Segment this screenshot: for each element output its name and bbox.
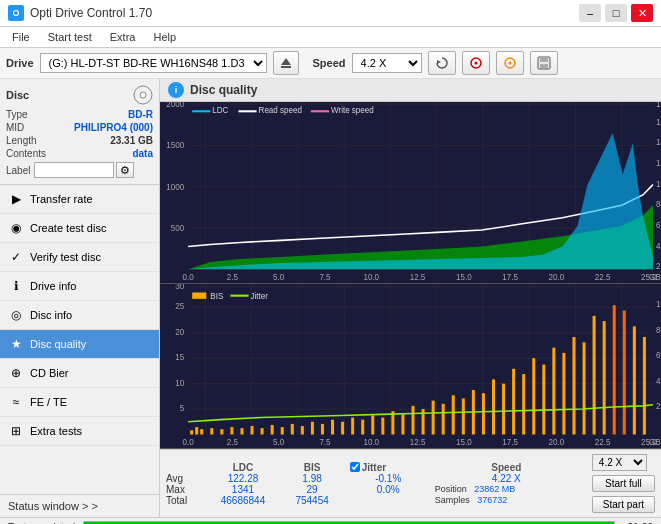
speed-selector[interactable]: 4.2 X: [592, 454, 647, 471]
stats-h-empty: [166, 462, 203, 473]
close-button[interactable]: ✕: [631, 4, 653, 22]
stats-avg-bis: 1.98: [282, 473, 341, 484]
stats-avg-jitter: -0.1%: [342, 473, 435, 484]
speed-select-row: 4.2 X: [592, 454, 655, 471]
menu-help[interactable]: Help: [145, 29, 184, 45]
sidebar: Disc Type BD-R MID PHILIPRO4 (000) Lengt…: [0, 79, 160, 517]
menu-start-test[interactable]: Start test: [40, 29, 100, 45]
nav-drive-info-label: Drive info: [30, 280, 151, 292]
svg-rect-100: [432, 400, 435, 434]
svg-text:15.0: 15.0: [456, 273, 472, 282]
eject-button[interactable]: [273, 51, 299, 75]
stats-buttons-area: 4.2 X Start full Start part: [592, 454, 655, 513]
nav-verify-test-disc[interactable]: ✓ Verify test disc: [0, 243, 159, 272]
main-layout: Disc Type BD-R MID PHILIPRO4 (000) Lengt…: [0, 79, 661, 517]
stats-avg-row: Avg 122.28 1.98 -0.1% 4.22 X: [166, 473, 578, 484]
minimize-button[interactable]: –: [579, 4, 601, 22]
toolbar: Drive (G:) HL-DT-ST BD-RE WH16NS48 1.D3 …: [0, 48, 661, 79]
disc-erase-button[interactable]: [462, 51, 490, 75]
nav-drive-info[interactable]: ℹ Drive info: [0, 272, 159, 301]
svg-rect-110: [532, 358, 535, 434]
svg-text:10: 10: [175, 378, 184, 387]
svg-rect-106: [492, 379, 495, 434]
svg-text:LDC: LDC: [212, 106, 228, 115]
menu-extra[interactable]: Extra: [102, 29, 144, 45]
start-part-button[interactable]: Start part: [592, 496, 655, 513]
svg-rect-83: [261, 428, 264, 434]
svg-text:5.0: 5.0: [273, 273, 285, 282]
menu-file[interactable]: File: [4, 29, 38, 45]
refresh-button[interactable]: [428, 51, 456, 75]
nav-disc-quality[interactable]: ★ Disc quality: [0, 330, 159, 359]
stats-avg-label: Avg: [166, 473, 203, 484]
svg-text:GB: GB: [649, 273, 661, 282]
disc-write-button[interactable]: [496, 51, 524, 75]
jitter-checkbox-label[interactable]: Jitter: [350, 462, 427, 473]
svg-rect-121: [643, 337, 646, 435]
svg-text:6%: 6%: [656, 351, 661, 360]
svg-text:12.5: 12.5: [410, 273, 426, 282]
svg-text:4: 4: [656, 242, 661, 251]
svg-rect-9: [540, 64, 548, 68]
titlebar-left: O Opti Drive Control 1.70: [8, 5, 152, 21]
stats-total-ldc: 46686844: [203, 495, 282, 506]
disc-mid-label: MID: [6, 122, 24, 133]
nav-fe-te[interactable]: ≈ FE / TE: [0, 388, 159, 417]
svg-rect-93: [361, 419, 364, 434]
svg-rect-145: [192, 292, 206, 298]
jitter-checkbox[interactable]: [350, 462, 360, 472]
svg-rect-58: [160, 284, 661, 448]
svg-text:30: 30: [175, 284, 184, 291]
nav-disc-info[interactable]: ◎ Disc info: [0, 301, 159, 330]
svg-text:15: 15: [175, 353, 184, 362]
nav-extra-tests[interactable]: ⊞ Extra tests: [0, 417, 159, 446]
maximize-button[interactable]: □: [605, 4, 627, 22]
stats-avg-ldc: 122.28: [203, 473, 282, 484]
svg-rect-88: [311, 422, 314, 435]
speed-label: Speed: [313, 57, 346, 69]
svg-text:10%: 10%: [656, 300, 661, 309]
speed-select[interactable]: 4.2 X: [352, 53, 422, 73]
svg-rect-115: [583, 342, 586, 434]
svg-rect-94: [371, 415, 374, 434]
svg-text:0.0: 0.0: [183, 273, 195, 282]
stats-table: LDC BIS Jitter Speed Avg 122: [166, 462, 578, 506]
nav-transfer-rate-label: Transfer rate: [30, 193, 151, 205]
nav-create-test-disc[interactable]: ◉ Create test disc: [0, 214, 159, 243]
svg-rect-87: [301, 426, 304, 434]
svg-text:20.0: 20.0: [549, 438, 565, 447]
drive-select[interactable]: (G:) HL-DT-ST BD-RE WH16NS48 1.D3: [40, 53, 267, 73]
disc-quality-header: i Disc quality: [160, 79, 661, 102]
verify-test-disc-icon: ✓: [8, 249, 24, 265]
start-full-button[interactable]: Start full: [592, 475, 655, 492]
titlebar: O Opti Drive Control 1.70 – □ ✕: [0, 0, 661, 27]
svg-rect-1: [281, 66, 291, 68]
stats-total-empty: [342, 495, 435, 506]
stats-max-ldc: 1341: [203, 484, 282, 495]
svg-text:Write speed: Write speed: [331, 106, 374, 115]
svg-rect-78: [210, 428, 213, 434]
disc-contents-row: Contents data: [6, 148, 153, 159]
svg-rect-97: [401, 414, 404, 434]
svg-rect-111: [542, 364, 545, 434]
svg-text:7.5: 7.5: [319, 438, 331, 447]
stats-header-row: LDC BIS Jitter Speed: [166, 462, 578, 473]
status-window-button[interactable]: Status window > >: [0, 495, 159, 517]
nav-verify-test-disc-label: Verify test disc: [30, 251, 151, 263]
svg-text:2.5: 2.5: [227, 273, 239, 282]
svg-rect-118: [613, 305, 616, 434]
svg-point-11: [140, 92, 146, 98]
nav-transfer-rate[interactable]: ▶ Transfer rate: [0, 185, 159, 214]
stats-jitter-check: Jitter: [342, 462, 435, 473]
svg-rect-84: [271, 425, 274, 435]
svg-text:500: 500: [171, 224, 185, 233]
drive-label: Drive: [6, 57, 34, 69]
save-button[interactable]: [530, 51, 558, 75]
svg-rect-52: [192, 110, 210, 112]
svg-rect-112: [552, 347, 555, 434]
svg-text:Jitter: Jitter: [251, 291, 269, 300]
disc-label-input[interactable]: [34, 162, 114, 178]
nav-cd-bier[interactable]: ⊕ CD Bier: [0, 359, 159, 388]
svg-text:22.5: 22.5: [595, 273, 611, 282]
disc-label-btn[interactable]: ⚙: [116, 162, 134, 178]
